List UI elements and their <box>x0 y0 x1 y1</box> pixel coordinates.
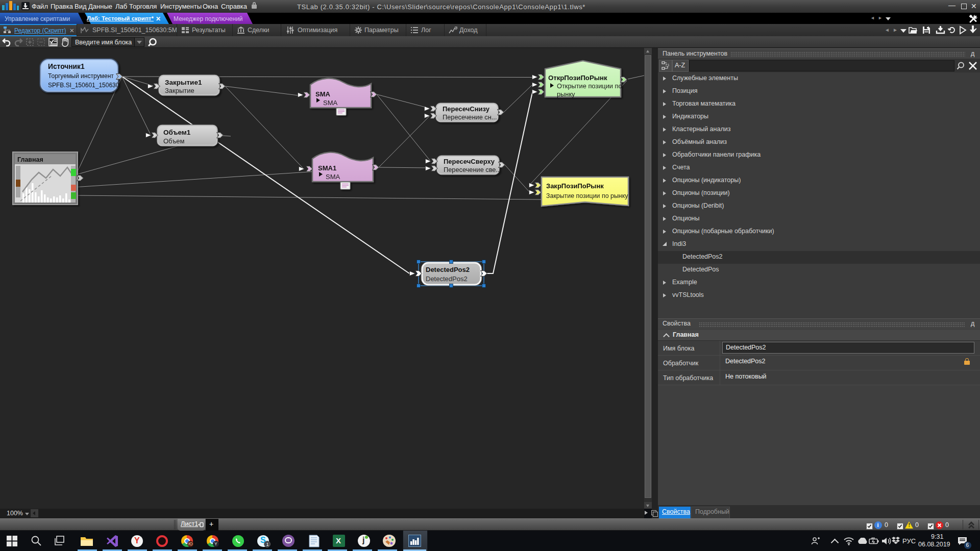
svg-text:Торгуемый инструмент: Торгуемый инструмент <box>48 72 114 80</box>
svg-text:Объем1: Объем1 <box>163 129 191 136</box>
svg-text:Объем: Объем <box>163 137 184 145</box>
svg-text:ПересечСнизу: ПересечСнизу <box>443 105 490 113</box>
svg-text:SMA: SMA <box>323 99 338 107</box>
svg-text:Закрытие1: Закрытие1 <box>165 79 202 86</box>
svg-text:ПересечСверху: ПересечСверху <box>444 158 495 165</box>
svg-text:DetectedPos2: DetectedPos2 <box>426 275 468 283</box>
svg-text:Закрытие: Закрытие <box>165 87 194 94</box>
svg-text:ОткрПозиПоРынк: ОткрПозиПоРынк <box>548 74 607 82</box>
svg-text:Главная: Главная <box>17 156 43 163</box>
svg-text:DetectedPos2: DetectedPos2 <box>426 266 470 273</box>
svg-text:ЗакрПозиПоРынк: ЗакрПозиПоРынк <box>546 182 604 190</box>
svg-text:SPFB.SI_150601_150630: SPFB.SI_150601_150630 <box>48 82 119 89</box>
svg-text:Пересечение сн...: Пересечение сн... <box>443 113 497 121</box>
svg-text:SMA: SMA <box>326 173 340 181</box>
svg-text:Открытие позиции по: Открытие позиции по <box>557 82 622 90</box>
svg-text:Закрытие позиции по рынку: Закрытие позиции по рынку <box>546 192 628 199</box>
svg-text:SMA1: SMA1 <box>318 164 336 172</box>
svg-text:Пересечение све...: Пересечение све... <box>444 166 501 173</box>
svg-text:Источник1: Источник1 <box>48 63 85 70</box>
svg-text:SMA: SMA <box>315 90 331 98</box>
svg-text:рынку: рынку <box>557 90 575 98</box>
